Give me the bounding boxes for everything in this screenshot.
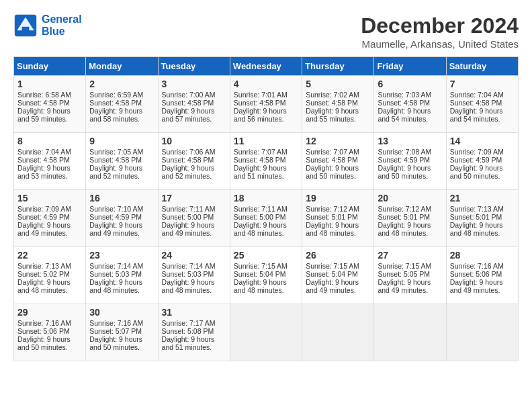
- day-number: 31: [162, 307, 226, 318]
- day-info: and 48 minutes.: [234, 286, 298, 294]
- day-info: and 48 minutes.: [234, 229, 298, 237]
- day-info: Sunset: 5:00 PM: [234, 213, 298, 221]
- calendar-cell: 11Sunrise: 7:07 AMSunset: 4:58 PMDayligh…: [230, 133, 302, 190]
- day-info: Daylight: 9 hours: [89, 107, 154, 115]
- calendar-cell: 30Sunrise: 7:16 AMSunset: 5:07 PMDayligh…: [86, 304, 158, 361]
- calendar-cell: 16Sunrise: 7:10 AMSunset: 4:59 PMDayligh…: [86, 190, 158, 247]
- calendar-cell: 13Sunrise: 7:08 AMSunset: 4:59 PMDayligh…: [374, 133, 446, 190]
- day-number: 10: [162, 136, 226, 146]
- day-info: Sunset: 5:02 PM: [17, 270, 82, 278]
- day-info: Daylight: 9 hours: [17, 164, 82, 172]
- logo-text: General Blue: [42, 13, 82, 38]
- day-info: Daylight: 9 hours: [89, 278, 154, 286]
- day-info: Daylight: 9 hours: [162, 278, 226, 286]
- day-number: 17: [162, 193, 226, 203]
- day-info: Sunrise: 7:13 AM: [450, 205, 515, 213]
- day-info: Sunrise: 7:12 AM: [378, 205, 442, 213]
- day-info: and 52 minutes.: [89, 172, 154, 180]
- day-info: Sunset: 4:58 PM: [234, 156, 298, 164]
- calendar-cell: 12Sunrise: 7:07 AMSunset: 4:58 PMDayligh…: [302, 133, 374, 190]
- calendar-cell: 25Sunrise: 7:15 AMSunset: 5:04 PMDayligh…: [230, 247, 302, 304]
- day-info: Sunset: 5:04 PM: [306, 270, 370, 278]
- day-info: Daylight: 9 hours: [17, 221, 82, 229]
- day-info: Daylight: 9 hours: [450, 164, 515, 172]
- day-number: 9: [89, 136, 154, 146]
- day-info: Daylight: 9 hours: [378, 278, 442, 286]
- day-info: Daylight: 9 hours: [17, 278, 82, 286]
- day-number: 15: [17, 193, 82, 203]
- weekday-header-thursday: Thursday: [302, 57, 374, 76]
- day-info: and 48 minutes.: [450, 229, 515, 237]
- day-info: Sunrise: 6:59 AM: [89, 91, 154, 99]
- day-info: Daylight: 9 hours: [450, 221, 515, 229]
- day-info: Sunset: 5:03 PM: [89, 270, 154, 278]
- calendar-cell: 9Sunrise: 7:05 AMSunset: 4:58 PMDaylight…: [86, 133, 158, 190]
- location-subtitle: Maumelle, Arkansas, United States: [361, 38, 519, 50]
- day-number: 6: [378, 79, 442, 89]
- calendar-cell: 6Sunrise: 7:03 AMSunset: 4:58 PMDaylight…: [374, 76, 446, 133]
- day-number: 25: [234, 250, 298, 261]
- day-info: Daylight: 9 hours: [234, 221, 298, 229]
- logo: General Blue: [13, 13, 82, 38]
- day-info: Sunset: 5:01 PM: [306, 213, 370, 221]
- day-info: Daylight: 9 hours: [306, 164, 370, 172]
- day-info: and 54 minutes.: [450, 115, 515, 123]
- day-info: Sunset: 4:59 PM: [378, 156, 442, 164]
- day-info: Sunset: 4:58 PM: [89, 99, 154, 107]
- day-info: Sunrise: 7:00 AM: [162, 91, 226, 99]
- day-number: 11: [234, 136, 298, 146]
- day-info: Daylight: 9 hours: [306, 107, 370, 115]
- day-number: 28: [450, 250, 515, 261]
- day-info: Sunrise: 7:16 AM: [17, 319, 82, 327]
- day-info: Sunset: 4:58 PM: [162, 156, 226, 164]
- calendar-cell: 18Sunrise: 7:11 AMSunset: 5:00 PMDayligh…: [230, 190, 302, 247]
- day-info: and 48 minutes.: [89, 286, 154, 294]
- month-title: December 2024: [361, 13, 519, 38]
- day-info: and 49 minutes.: [378, 286, 442, 294]
- calendar-cell: 17Sunrise: 7:11 AMSunset: 5:00 PMDayligh…: [158, 190, 230, 247]
- day-number: 16: [89, 193, 154, 203]
- weekday-header-friday: Friday: [374, 57, 446, 76]
- calendar-cell: 19Sunrise: 7:12 AMSunset: 5:01 PMDayligh…: [302, 190, 374, 247]
- day-info: Sunrise: 7:04 AM: [17, 148, 82, 156]
- day-number: 20: [378, 193, 442, 203]
- weekday-header-sunday: Sunday: [14, 57, 86, 76]
- day-info: and 48 minutes.: [17, 286, 82, 294]
- calendar-cell: 4Sunrise: 7:01 AMSunset: 4:58 PMDaylight…: [230, 76, 302, 133]
- day-info: Sunrise: 7:15 AM: [234, 262, 298, 270]
- day-info: Daylight: 9 hours: [378, 107, 442, 115]
- day-number: 1: [17, 79, 82, 89]
- day-info: and 56 minutes.: [234, 115, 298, 123]
- weekday-header-saturday: Saturday: [446, 57, 518, 76]
- day-info: Sunset: 5:03 PM: [162, 270, 226, 278]
- day-info: Sunset: 4:58 PM: [306, 99, 370, 107]
- header: General Blue December 2024 Maumelle, Ark…: [13, 13, 519, 50]
- day-info: Sunrise: 7:14 AM: [162, 262, 226, 270]
- day-info: and 57 minutes.: [162, 115, 226, 123]
- calendar-cell: 20Sunrise: 7:12 AMSunset: 5:01 PMDayligh…: [374, 190, 446, 247]
- day-info: and 49 minutes.: [89, 229, 154, 237]
- day-number: 13: [378, 136, 442, 146]
- day-info: Sunrise: 7:02 AM: [306, 91, 370, 99]
- day-number: 21: [450, 193, 515, 203]
- day-info: Daylight: 9 hours: [450, 278, 515, 286]
- day-info: Daylight: 9 hours: [378, 221, 442, 229]
- day-info: and 48 minutes.: [162, 286, 226, 294]
- day-info: Sunset: 4:58 PM: [89, 156, 154, 164]
- day-info: Sunrise: 7:14 AM: [89, 262, 154, 270]
- day-info: Sunrise: 7:10 AM: [89, 205, 154, 213]
- day-info: and 52 minutes.: [162, 172, 226, 180]
- calendar-cell: 15Sunrise: 7:09 AMSunset: 4:59 PMDayligh…: [14, 190, 86, 247]
- day-info: Daylight: 9 hours: [162, 335, 226, 343]
- day-info: Sunset: 5:05 PM: [378, 270, 442, 278]
- day-number: 29: [17, 307, 82, 318]
- day-info: and 51 minutes.: [234, 172, 298, 180]
- day-info: and 53 minutes.: [17, 172, 82, 180]
- calendar-cell: 3Sunrise: 7:00 AMSunset: 4:58 PMDaylight…: [158, 76, 230, 133]
- calendar-cell: 7Sunrise: 7:04 AMSunset: 4:58 PMDaylight…: [446, 76, 518, 133]
- day-info: Sunrise: 7:04 AM: [450, 91, 515, 99]
- day-number: 22: [17, 250, 82, 261]
- day-number: 26: [306, 250, 370, 261]
- day-number: 30: [89, 307, 154, 318]
- day-info: Sunrise: 7:15 AM: [378, 262, 442, 270]
